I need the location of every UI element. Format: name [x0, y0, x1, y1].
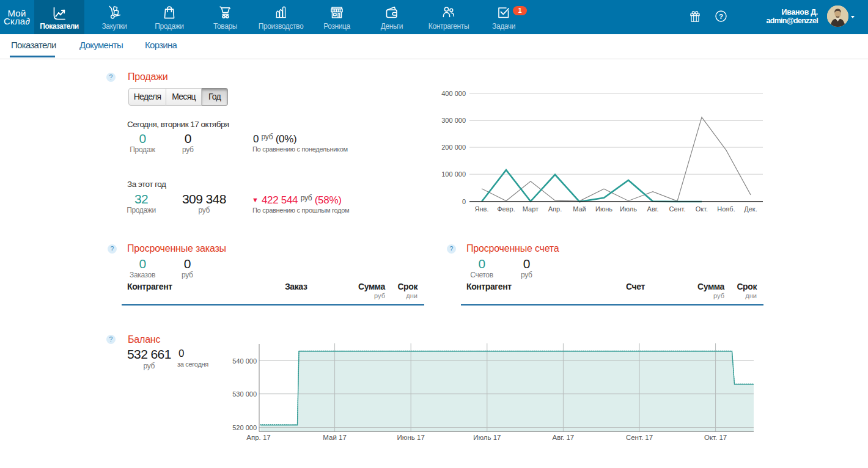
svg-text:400 000: 400 000 — [441, 90, 466, 97]
svg-text:Сент.: Сент. — [669, 205, 685, 213]
svg-text:100 000: 100 000 — [441, 170, 466, 178]
svg-text:Окт.: Окт. — [696, 205, 708, 213]
svg-text:Янв.: Янв. — [475, 205, 489, 213]
svg-text:530 000: 530 000 — [232, 390, 257, 398]
svg-text:Июль 17: Июль 17 — [473, 434, 501, 441]
svg-text:300 000: 300 000 — [441, 117, 466, 124]
svg-text:Окт. 17: Окт. 17 — [704, 434, 727, 441]
svg-text:Июнь: Июнь — [595, 205, 612, 213]
svg-text:Март: Март — [523, 205, 539, 213]
svg-text:0: 0 — [462, 198, 466, 205]
svg-text:Июль: Июль — [620, 205, 637, 213]
svg-text:Дек.: Дек. — [744, 205, 757, 213]
svg-text:Апр.: Апр. — [548, 205, 562, 213]
svg-text:520 000: 520 000 — [232, 424, 257, 431]
svg-text:Апр. 17: Апр. 17 — [246, 434, 270, 441]
svg-text:Май: Май — [573, 205, 586, 213]
svg-text:Июнь 17: Июнь 17 — [397, 434, 425, 441]
svg-text:Авг.: Авг. — [647, 205, 659, 213]
svg-text:Май 17: Май 17 — [323, 434, 347, 441]
svg-text:200 000: 200 000 — [441, 144, 466, 151]
svg-text:Авг. 17: Авг. 17 — [553, 434, 575, 441]
svg-text:Февр.: Февр. — [497, 205, 515, 213]
svg-text:Нояб.: Нояб. — [717, 205, 735, 213]
svg-text:?: ? — [719, 13, 723, 20]
svg-text:540 000: 540 000 — [232, 357, 257, 365]
svg-text:Сент. 17: Сент. 17 — [626, 434, 653, 441]
